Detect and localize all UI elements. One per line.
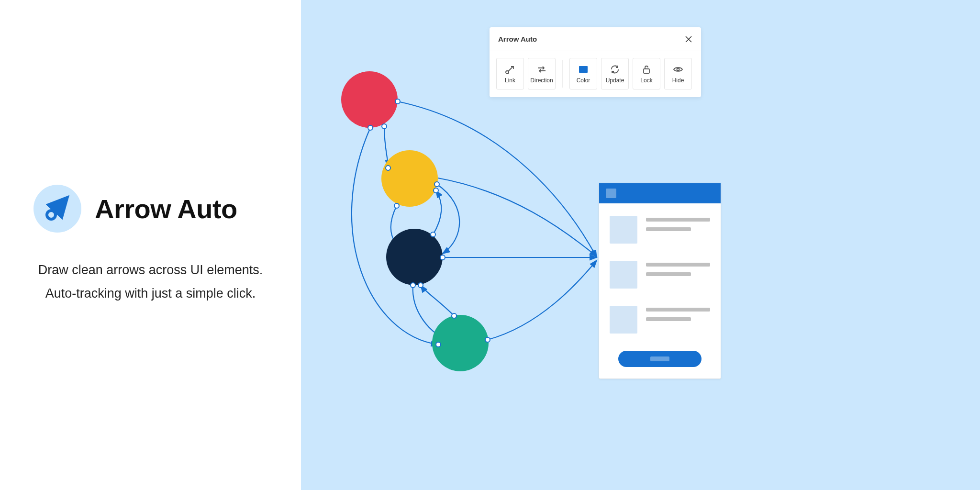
placeholder-line xyxy=(646,308,710,312)
connector-handle[interactable] xyxy=(435,342,441,347)
list-item xyxy=(610,306,710,334)
connector-handle[interactable] xyxy=(368,125,373,131)
connector-handle[interactable] xyxy=(395,99,401,104)
hide-button[interactable]: Hide xyxy=(664,58,692,89)
connector-handle[interactable] xyxy=(410,282,416,288)
connector-handle[interactable] xyxy=(430,232,436,237)
tool-label: Direction xyxy=(530,77,553,84)
tool-label: Color xyxy=(577,77,590,84)
tool-label: Link xyxy=(505,77,515,84)
direction-icon xyxy=(536,64,547,75)
lock-button[interactable]: Lock xyxy=(633,58,660,89)
svg-point-5 xyxy=(677,68,679,70)
connector-handle[interactable] xyxy=(394,203,400,209)
connector-handle[interactable] xyxy=(451,313,457,319)
hero-subtitle-2: Auto-tracking with just a simple click. xyxy=(33,282,267,305)
card-cta-button[interactable] xyxy=(618,351,702,367)
thumbnail xyxy=(610,261,637,289)
card-header xyxy=(599,183,721,203)
connector-handle[interactable] xyxy=(418,282,423,288)
toolbar-body: Link Direction Color Update xyxy=(490,51,701,97)
placeholder-line xyxy=(646,218,710,222)
close-icon xyxy=(685,35,692,43)
connector-handle[interactable] xyxy=(385,165,391,171)
hero-panel: Arrow Auto Draw clean arrows across UI e… xyxy=(0,0,301,490)
thumbnail xyxy=(610,306,637,334)
color-swatch-icon xyxy=(578,64,589,75)
button-label-placeholder xyxy=(650,356,669,361)
connector-handle[interactable] xyxy=(440,255,445,260)
toolbar-divider xyxy=(562,60,563,88)
placeholder-line xyxy=(646,227,691,231)
arrow-icon xyxy=(42,193,73,224)
update-button[interactable]: Update xyxy=(601,58,629,89)
tool-label: Lock xyxy=(640,77,652,84)
card-body xyxy=(599,203,721,379)
hero-title: Arrow Auto xyxy=(95,193,237,224)
svg-line-3 xyxy=(508,67,513,71)
app-logo xyxy=(33,185,81,233)
close-button[interactable] xyxy=(685,35,692,43)
lock-icon xyxy=(641,64,652,75)
text-lines xyxy=(646,216,710,244)
connector-handle[interactable] xyxy=(485,337,490,343)
hero-subtitle-1: Draw clean arrows across UI elements. xyxy=(33,258,267,282)
placeholder-line xyxy=(646,272,691,276)
list-item xyxy=(610,216,710,244)
tool-label: Hide xyxy=(672,77,684,84)
color-button[interactable]: Color xyxy=(569,58,597,89)
card-header-icon xyxy=(606,189,616,198)
canvas-panel: Arrow Auto Link Direction xyxy=(301,0,980,490)
connector-handle[interactable] xyxy=(434,181,440,187)
list-item xyxy=(610,261,710,289)
link-button[interactable]: Link xyxy=(496,58,524,89)
link-icon xyxy=(505,64,515,75)
svg-line-1 xyxy=(54,201,64,212)
toolbar-panel: Arrow Auto Link Direction xyxy=(490,27,701,97)
tool-label: Update xyxy=(606,77,624,84)
placeholder-line xyxy=(646,263,710,267)
svg-rect-4 xyxy=(644,69,649,73)
refresh-icon xyxy=(610,64,620,75)
thumbnail xyxy=(610,216,637,244)
node-red[interactable] xyxy=(341,71,398,128)
ui-wireframe-card[interactable] xyxy=(599,183,721,379)
text-lines xyxy=(646,306,710,334)
toolbar-header: Arrow Auto xyxy=(490,27,701,51)
node-navy[interactable] xyxy=(386,229,443,285)
connector-handle[interactable] xyxy=(433,188,439,193)
toolbar-title: Arrow Auto xyxy=(498,35,537,43)
logo-row: Arrow Auto xyxy=(33,185,267,233)
placeholder-line xyxy=(646,317,691,321)
direction-button[interactable]: Direction xyxy=(528,58,556,89)
text-lines xyxy=(646,261,710,289)
node-yellow[interactable] xyxy=(381,150,438,207)
connector-handle[interactable] xyxy=(381,123,387,129)
eye-icon xyxy=(673,64,683,75)
